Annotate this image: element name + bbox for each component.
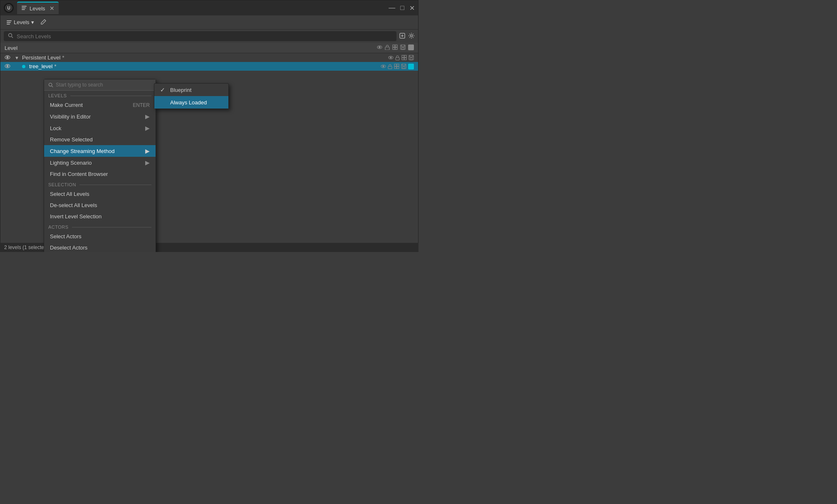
svg-rect-18 (395, 45, 397, 47)
tab-title: Levels (30, 5, 45, 12)
svg-rect-20 (395, 47, 397, 49)
svg-point-26 (390, 57, 392, 59)
submenu-blueprint[interactable]: ✓ Blueprint (154, 84, 228, 96)
chevron-icon: ▾ (31, 19, 34, 25)
svg-rect-7 (7, 24, 10, 25)
search-actions (399, 32, 415, 40)
svg-rect-17 (393, 45, 395, 47)
maximize-button[interactable]: □ (400, 4, 404, 12)
svg-rect-19 (393, 47, 395, 49)
save-header-icon (400, 44, 406, 51)
svg-rect-16 (385, 47, 389, 50)
always-loaded-label: Always Loaded (170, 99, 207, 106)
ctx-change-streaming-method[interactable]: Change Streaming Method ▶ (44, 145, 156, 157)
ctx-deselect-all-levels[interactable]: De-select All Levels (44, 200, 156, 211)
tree-level-asterisk: * (54, 63, 56, 69)
svg-rect-40 (397, 64, 399, 66)
tab-close-button[interactable]: ✕ (50, 5, 54, 12)
persistent-level-row[interactable]: ▼ Persistent Level * (0, 53, 418, 62)
search-container (4, 31, 396, 41)
ctx-deselect-actors[interactable]: Deselect Actors (44, 242, 156, 252)
persistent-level-name: Persistent Level (22, 54, 61, 61)
check-always-loaded-icon: ✓ (160, 99, 167, 106)
svg-rect-30 (402, 58, 404, 60)
edit-button[interactable] (39, 18, 48, 27)
submenu-arrow-streaming: ▶ (145, 148, 150, 154)
close-button[interactable]: ✕ (409, 4, 415, 12)
levels-menu-button[interactable]: Levels ▾ (5, 18, 36, 26)
color-header-icon (408, 44, 414, 50)
tree-level-row[interactable]: tree_level * (0, 62, 418, 71)
svg-rect-29 (404, 55, 406, 57)
ctx-lock[interactable]: Lock ▶ (44, 122, 156, 134)
search-input[interactable] (17, 33, 392, 40)
svg-text:U: U (7, 6, 10, 10)
svg-rect-41 (394, 67, 396, 69)
tab-icon (21, 5, 27, 12)
submenu-arrow-visibility: ▶ (145, 113, 150, 120)
settings-icon[interactable] (408, 32, 415, 40)
svg-line-46 (52, 86, 53, 87)
minimize-button[interactable]: — (389, 4, 395, 12)
cyan-dot-indicator (22, 65, 25, 68)
tree-level-icons (381, 64, 414, 69)
main-window: U Levels ✕ — □ ✕ (0, 0, 418, 252)
color-swatch-tree (408, 64, 414, 69)
grid-header-icon (392, 44, 398, 51)
section-header-actors: ACTORS (44, 222, 156, 231)
tree-level-name: tree_level (29, 63, 52, 69)
svg-line-9 (12, 37, 13, 38)
lock-header-icon (385, 44, 390, 51)
app-logo: U (4, 3, 14, 13)
svg-rect-42 (397, 67, 399, 69)
svg-point-37 (383, 66, 384, 67)
streaming-method-submenu: ✓ Blueprint ✓ Always Loaded (154, 83, 229, 109)
context-menu-search (44, 79, 156, 91)
svg-point-35 (7, 65, 8, 67)
ctx-remove-selected[interactable]: Remove Selected (44, 134, 156, 145)
svg-rect-5 (7, 20, 12, 21)
eye-icon-tree[interactable] (5, 63, 10, 69)
levels-tab[interactable]: Levels ✕ (17, 2, 59, 14)
svg-rect-28 (402, 55, 404, 57)
svg-point-15 (379, 47, 381, 48)
svg-rect-44 (403, 67, 405, 69)
ctx-invert-level-selection[interactable]: Invert Level Selection (44, 211, 156, 222)
context-menu: LEVELS Make Current ENTER Visibility in … (44, 79, 156, 252)
svg-point-24 (7, 57, 8, 58)
check-blueprint-icon: ✓ (160, 86, 167, 93)
section-header-levels: LEVELS (44, 91, 156, 99)
expand-arrow-persistent[interactable]: ▼ (15, 55, 19, 60)
ctx-lighting-scenario[interactable]: Lighting Scenario ▶ (44, 157, 156, 168)
svg-rect-39 (394, 64, 396, 66)
levels-label: Levels (14, 19, 30, 25)
status-text: 2 levels (1 selected) (4, 245, 49, 250)
svg-point-45 (49, 83, 52, 86)
svg-rect-4 (22, 9, 25, 10)
search-icon (8, 33, 13, 40)
svg-point-8 (9, 34, 12, 37)
ctx-make-current[interactable]: Make Current ENTER (44, 99, 156, 111)
svg-rect-2 (22, 6, 27, 7)
title-bar: U Levels ✕ — □ ✕ (0, 0, 418, 15)
ctx-find-in-content-browser[interactable]: Find in Content Browser (44, 168, 156, 180)
visibility-header-icon (377, 44, 382, 51)
svg-rect-33 (410, 58, 412, 60)
svg-rect-6 (7, 22, 11, 23)
svg-rect-22 (402, 47, 404, 49)
level-list-header: Level (0, 43, 418, 53)
svg-rect-31 (404, 58, 406, 60)
eye-icon-persistent[interactable] (5, 54, 10, 61)
header-icons (377, 44, 414, 51)
submenu-always-loaded[interactable]: ✓ Always Loaded (154, 96, 228, 109)
ctx-select-all-levels[interactable]: Select All Levels (44, 188, 156, 200)
add-level-icon[interactable] (399, 32, 406, 40)
level-column-header: Level (5, 45, 377, 51)
ctx-visibility-in-editor[interactable]: Visibility in Editor ▶ (44, 111, 156, 122)
ctx-select-actors[interactable]: Select Actors (44, 231, 156, 242)
persistent-level-icons (388, 55, 414, 60)
svg-rect-3 (22, 7, 26, 8)
context-search-input[interactable] (56, 82, 151, 88)
svg-rect-38 (388, 66, 392, 69)
toolbar: Levels ▾ (0, 15, 418, 30)
